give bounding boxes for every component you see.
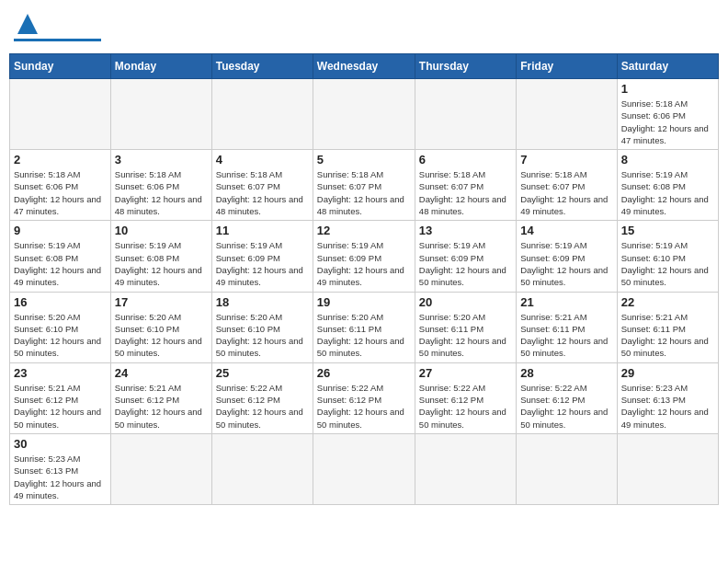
calendar-cell [415,79,516,150]
calendar-cell [517,79,617,150]
calendar-cell: 23Sunrise: 5:21 AM Sunset: 6:12 PM Dayli… [10,362,111,433]
day-number: 9 [14,224,107,237]
day-info: Sunrise: 5:18 AM Sunset: 6:06 PM Dayligh… [14,168,107,217]
page-header [9,9,719,46]
day-header-tuesday: Tuesday [211,54,313,79]
day-info: Sunrise: 5:20 AM Sunset: 6:11 PM Dayligh… [419,311,512,360]
calendar-cell: 8Sunrise: 5:19 AM Sunset: 6:08 PM Daylig… [617,150,718,221]
logo-icon [17,14,38,34]
day-info: Sunrise: 5:22 AM Sunset: 6:12 PM Dayligh… [216,382,309,431]
day-number: 23 [14,366,107,380]
calendar-cell: 15Sunrise: 5:19 AM Sunset: 6:10 PM Dayli… [617,221,718,292]
calendar-cell [110,433,211,504]
day-info: Sunrise: 5:20 AM Sunset: 6:11 PM Dayligh… [317,311,411,360]
day-number: 30 [14,437,107,451]
day-number: 8 [621,153,714,167]
day-number: 3 [115,153,208,167]
day-info: Sunrise: 5:18 AM Sunset: 6:07 PM Dayligh… [216,168,309,217]
day-number: 16 [14,295,107,309]
calendar-cell: 20Sunrise: 5:20 AM Sunset: 6:11 PM Dayli… [415,292,516,362]
day-number: 1 [621,82,714,96]
day-info: Sunrise: 5:18 AM Sunset: 6:07 PM Dayligh… [317,168,411,217]
day-number: 10 [115,224,208,237]
day-info: Sunrise: 5:19 AM Sunset: 6:08 PM Dayligh… [115,239,208,288]
day-info: Sunrise: 5:19 AM Sunset: 6:10 PM Dayligh… [621,239,714,288]
day-number: 21 [520,295,612,309]
day-number: 25 [216,366,309,380]
day-info: Sunrise: 5:19 AM Sunset: 6:09 PM Dayligh… [419,239,512,288]
calendar-cell: 10Sunrise: 5:19 AM Sunset: 6:08 PM Dayli… [110,221,211,292]
calendar-cell [10,79,111,150]
day-info: Sunrise: 5:22 AM Sunset: 6:12 PM Dayligh… [317,382,411,431]
calendar-cell: 25Sunrise: 5:22 AM Sunset: 6:12 PM Dayli… [211,362,313,433]
calendar-cell: 7Sunrise: 5:18 AM Sunset: 6:07 PM Daylig… [517,150,617,221]
day-info: Sunrise: 5:18 AM Sunset: 6:06 PM Dayligh… [621,98,714,146]
day-number: 20 [419,295,512,309]
calendar-cell: 29Sunrise: 5:23 AM Sunset: 6:13 PM Dayli… [617,362,718,433]
day-header-friday: Friday [517,54,617,79]
day-header-saturday: Saturday [617,54,718,79]
calendar-cell: 13Sunrise: 5:19 AM Sunset: 6:09 PM Dayli… [415,221,516,292]
calendar-header-row: SundayMondayTuesdayWednesdayThursdayFrid… [10,54,719,79]
calendar-cell [313,433,415,504]
day-number: 13 [419,224,512,237]
calendar-cell [617,433,718,504]
calendar-cell: 17Sunrise: 5:20 AM Sunset: 6:10 PM Dayli… [110,292,211,362]
day-info: Sunrise: 5:20 AM Sunset: 6:10 PM Dayligh… [14,311,107,360]
day-info: Sunrise: 5:18 AM Sunset: 6:06 PM Dayligh… [115,168,208,217]
calendar-cell: 9Sunrise: 5:19 AM Sunset: 6:08 PM Daylig… [10,221,111,292]
calendar-cell: 22Sunrise: 5:21 AM Sunset: 6:11 PM Dayli… [617,292,718,362]
day-info: Sunrise: 5:20 AM Sunset: 6:10 PM Dayligh… [115,311,208,360]
day-number: 15 [621,224,714,237]
day-number: 29 [621,366,714,380]
day-info: Sunrise: 5:21 AM Sunset: 6:12 PM Dayligh… [115,382,208,431]
day-number: 11 [216,224,309,237]
day-number: 6 [419,153,512,167]
day-info: Sunrise: 5:18 AM Sunset: 6:07 PM Dayligh… [419,168,512,217]
day-info: Sunrise: 5:21 AM Sunset: 6:11 PM Dayligh… [621,311,714,360]
day-info: Sunrise: 5:19 AM Sunset: 6:08 PM Dayligh… [14,239,107,288]
calendar-cell: 5Sunrise: 5:18 AM Sunset: 6:07 PM Daylig… [313,150,415,221]
calendar-cell [415,433,516,504]
day-number: 19 [317,295,411,309]
calendar-cell [110,79,211,150]
calendar-cell: 28Sunrise: 5:22 AM Sunset: 6:12 PM Dayli… [517,362,617,433]
calendar-cell: 11Sunrise: 5:19 AM Sunset: 6:09 PM Dayli… [211,221,313,292]
calendar-cell: 16Sunrise: 5:20 AM Sunset: 6:10 PM Dayli… [10,292,111,362]
calendar-cell: 24Sunrise: 5:21 AM Sunset: 6:12 PM Dayli… [110,362,211,433]
day-number: 4 [216,153,309,167]
day-info: Sunrise: 5:21 AM Sunset: 6:12 PM Dayligh… [14,382,107,431]
day-number: 27 [419,366,512,380]
day-number: 18 [216,295,309,309]
logo-underline [14,39,101,41]
calendar-cell: 19Sunrise: 5:20 AM Sunset: 6:11 PM Dayli… [313,292,415,362]
day-number: 5 [317,153,411,167]
day-number: 24 [115,366,208,380]
day-number: 22 [621,295,714,309]
day-header-thursday: Thursday [415,54,516,79]
day-number: 14 [520,224,612,237]
calendar-cell [211,433,313,504]
calendar-cell: 30Sunrise: 5:23 AM Sunset: 6:13 PM Dayli… [10,433,111,504]
day-info: Sunrise: 5:22 AM Sunset: 6:12 PM Dayligh… [520,382,612,431]
calendar-cell: 6Sunrise: 5:18 AM Sunset: 6:07 PM Daylig… [415,150,516,221]
day-info: Sunrise: 5:19 AM Sunset: 6:09 PM Dayligh… [216,239,309,288]
calendar-cell: 14Sunrise: 5:19 AM Sunset: 6:09 PM Dayli… [517,221,617,292]
calendar-cell [517,433,617,504]
calendar-table: SundayMondayTuesdayWednesdayThursdayFrid… [9,53,719,505]
calendar-cell: 18Sunrise: 5:20 AM Sunset: 6:10 PM Dayli… [211,292,313,362]
calendar-cell: 27Sunrise: 5:22 AM Sunset: 6:12 PM Dayli… [415,362,516,433]
day-header-wednesday: Wednesday [313,54,415,79]
day-header-monday: Monday [110,54,211,79]
calendar-cell [211,79,313,150]
day-info: Sunrise: 5:18 AM Sunset: 6:07 PM Dayligh… [520,168,612,217]
day-info: Sunrise: 5:23 AM Sunset: 6:13 PM Dayligh… [621,382,714,431]
day-info: Sunrise: 5:21 AM Sunset: 6:11 PM Dayligh… [520,311,612,360]
calendar-cell: 4Sunrise: 5:18 AM Sunset: 6:07 PM Daylig… [211,150,313,221]
day-info: Sunrise: 5:19 AM Sunset: 6:09 PM Dayligh… [520,239,612,288]
day-info: Sunrise: 5:23 AM Sunset: 6:13 PM Dayligh… [14,453,107,501]
svg-marker-0 [17,14,38,34]
day-number: 7 [520,153,612,167]
day-number: 26 [317,366,411,380]
calendar-cell: 12Sunrise: 5:19 AM Sunset: 6:09 PM Dayli… [313,221,415,292]
